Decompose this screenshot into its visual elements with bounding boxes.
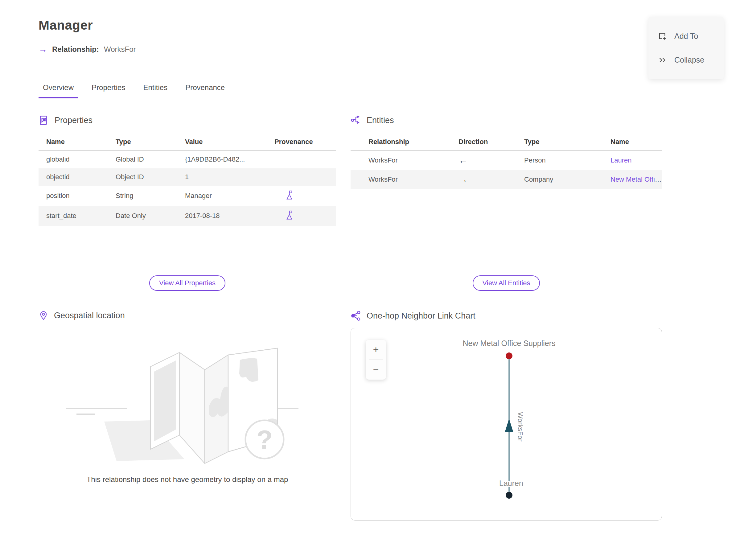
property-type: Date Only bbox=[108, 206, 177, 226]
left-column: Properties Name Type Value Provenance bbox=[38, 115, 336, 521]
node-label-person: Lauren bbox=[499, 479, 523, 487]
col-header-type: Type bbox=[506, 132, 592, 151]
collapse-button[interactable]: Collapse bbox=[658, 55, 724, 65]
collapse-chevrons-icon bbox=[658, 55, 667, 65]
property-value: 2017-08-18 bbox=[177, 206, 267, 226]
entities-button-row: View All Entities bbox=[351, 275, 662, 291]
property-provenance bbox=[267, 151, 336, 168]
entity-relationship: WorksFor bbox=[351, 151, 441, 170]
properties-button-row: View All Properties bbox=[38, 275, 336, 291]
property-name: globalid bbox=[38, 151, 108, 168]
entities-panel: Entities Relationship Direction Type Nam… bbox=[351, 115, 662, 275]
property-type: String bbox=[108, 186, 177, 206]
entity-direction: ← bbox=[441, 151, 506, 170]
properties-panel: Properties Name Type Value Provenance bbox=[38, 115, 336, 275]
entity-name: Lauren bbox=[592, 151, 662, 170]
col-header-name: Name bbox=[592, 132, 662, 151]
entities-section-title: Entities bbox=[367, 116, 394, 125]
property-provenance bbox=[267, 168, 336, 186]
direction-right-icon: → bbox=[459, 174, 468, 184]
relationship-arrow-icon: → bbox=[38, 45, 47, 54]
entity-link-lauren[interactable]: Lauren bbox=[611, 156, 632, 164]
properties-section-title: Properties bbox=[55, 116, 92, 125]
zoom-in-button[interactable]: + bbox=[366, 340, 386, 360]
page-title: Manager bbox=[38, 18, 740, 33]
add-to-icon bbox=[658, 31, 667, 41]
tab-provenance[interactable]: Provenance bbox=[181, 83, 229, 98]
edge-label-worksfor: WorksFor bbox=[517, 412, 524, 442]
property-value: {1A9DB2B6-D482... bbox=[177, 151, 267, 168]
view-all-entities-button[interactable]: View All Entities bbox=[473, 275, 540, 291]
tab-entities[interactable]: Entities bbox=[139, 83, 172, 98]
property-provenance bbox=[267, 206, 336, 226]
entity-type: Company bbox=[506, 170, 592, 189]
question-mark-glyph: ? bbox=[256, 425, 273, 454]
breadcrumb: → Relationship: WorksFor bbox=[38, 45, 740, 54]
link-chart-icon bbox=[351, 310, 361, 321]
view-all-properties-button[interactable]: View All Properties bbox=[149, 275, 225, 291]
property-name: start_date bbox=[38, 206, 108, 226]
properties-table: Name Type Value Provenance globalid Glob… bbox=[38, 132, 336, 226]
properties-section-header: Properties bbox=[38, 115, 336, 125]
node-label-company: New Metal Office Suppliers bbox=[462, 339, 555, 348]
actions-card: Add To Collapse bbox=[648, 17, 724, 79]
geospatial-section-header: Geospatial location bbox=[38, 310, 336, 320]
zoom-control: + − bbox=[366, 340, 386, 380]
link-chart-canvas[interactable]: New Metal Office Suppliers WorksFor Laur… bbox=[351, 328, 662, 521]
entity-node-company[interactable] bbox=[506, 353, 513, 359]
col-header-relationship: Relationship bbox=[351, 132, 441, 151]
tab-overview[interactable]: Overview bbox=[38, 83, 78, 98]
entity-name: New Metal Offic... bbox=[592, 170, 662, 189]
table-row: WorksFor ← Person Lauren bbox=[351, 151, 662, 170]
properties-icon bbox=[38, 115, 49, 125]
table-row: objectid Object ID 1 bbox=[38, 168, 336, 186]
entities-section-header: Entities bbox=[351, 115, 662, 125]
property-name: position bbox=[38, 186, 108, 206]
entity-relationship: WorksFor bbox=[351, 170, 441, 189]
direction-left-icon: ← bbox=[459, 155, 468, 165]
property-type: Global ID bbox=[108, 151, 177, 168]
entity-node-person[interactable] bbox=[506, 492, 513, 499]
zoom-out-button[interactable]: − bbox=[366, 360, 386, 380]
relationship-value: WorksFor bbox=[104, 45, 136, 54]
tab-properties[interactable]: Properties bbox=[87, 83, 129, 98]
provenance-flag-icon[interactable] bbox=[285, 190, 293, 200]
provenance-flag-icon[interactable] bbox=[285, 210, 293, 220]
property-type: Object ID bbox=[108, 168, 177, 186]
entities-table: Relationship Direction Type Name WorksFo… bbox=[351, 132, 662, 189]
collapse-label: Collapse bbox=[674, 56, 704, 65]
property-name: objectid bbox=[38, 168, 108, 186]
table-row: WorksFor → Company New Metal Offic... bbox=[351, 170, 662, 189]
entities-graph-icon bbox=[351, 115, 361, 125]
link-chart-section-title: One-hop Neighbor Link Chart bbox=[367, 311, 475, 321]
add-to-label: Add To bbox=[674, 32, 698, 41]
col-header-value: Value bbox=[177, 132, 267, 151]
relationship-label: Relationship: bbox=[52, 45, 99, 54]
geometry-empty-message: This relationship does not have geometry… bbox=[38, 475, 336, 484]
geospatial-section-title: Geospatial location bbox=[54, 311, 125, 320]
main-content: Properties Name Type Value Provenance bbox=[38, 115, 740, 521]
table-row: globalid Global ID {1A9DB2B6-D482... bbox=[38, 151, 336, 168]
property-value: 1 bbox=[177, 168, 267, 186]
col-header-direction: Direction bbox=[441, 132, 506, 151]
entity-type: Person bbox=[506, 151, 592, 170]
link-chart-section-header: One-hop Neighbor Link Chart bbox=[351, 310, 662, 321]
map-pin-icon bbox=[38, 310, 49, 320]
entities-header-row: Relationship Direction Type Name bbox=[351, 132, 662, 151]
link-chart-panel: One-hop Neighbor Link Chart New Metal Of… bbox=[351, 310, 662, 521]
relationship-details-page: Manager → Relationship: WorksFor Add To … bbox=[0, 0, 740, 560]
edge-direction-arrow bbox=[505, 419, 514, 432]
empty-map-illustration: ? bbox=[49, 329, 326, 465]
link-chart-graph: New Metal Office Suppliers WorksFor Laur… bbox=[351, 328, 662, 520]
property-provenance bbox=[267, 186, 336, 206]
tab-bar: Overview Properties Entities Provenance bbox=[38, 83, 740, 98]
property-value: Manager bbox=[177, 186, 267, 206]
properties-header-row: Name Type Value Provenance bbox=[38, 132, 336, 151]
add-to-button[interactable]: Add To bbox=[658, 31, 724, 41]
entity-direction: → bbox=[441, 170, 506, 189]
table-row: start_date Date Only 2017-08-18 bbox=[38, 206, 336, 226]
entity-link-company[interactable]: New Metal Offic... bbox=[611, 176, 662, 183]
geospatial-panel: Geospatial location bbox=[38, 310, 336, 484]
col-header-provenance: Provenance bbox=[267, 132, 336, 151]
col-header-name: Name bbox=[38, 132, 108, 151]
